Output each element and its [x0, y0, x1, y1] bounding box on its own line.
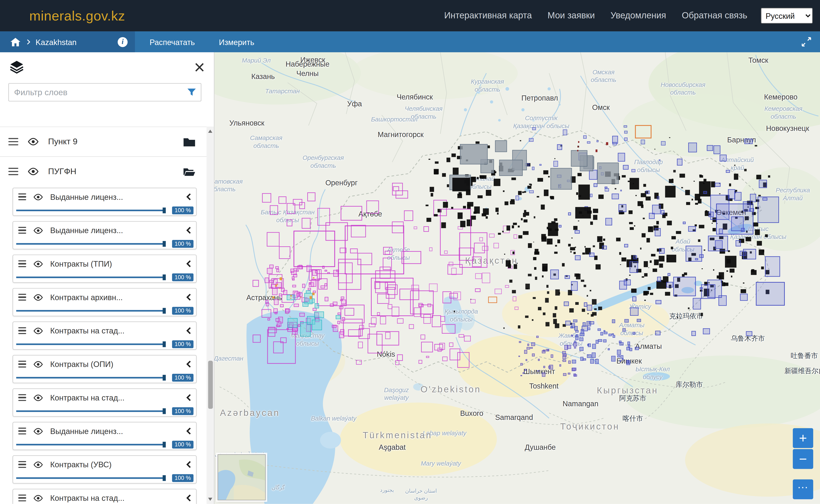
layer-label: Контракты (УВС): [50, 460, 111, 469]
opacity-value: 100 %: [172, 206, 193, 214]
scroll-thumb[interactable]: [208, 361, 212, 409]
drag-handle-icon[interactable]: [18, 461, 26, 468]
drag-handle-icon[interactable]: [18, 227, 26, 234]
opacity-slider[interactable]: [16, 477, 164, 479]
opacity-slider-handle[interactable]: [163, 475, 166, 481]
fullscreen-icon[interactable]: [801, 37, 812, 47]
layer-item[interactable]: Выданные лиценз...100 %: [13, 422, 197, 450]
layer-item[interactable]: Контракты на стад...100 %: [13, 321, 197, 350]
map-canvas[interactable]: ТомскКемеровоНовокузнецкБарнаулОмскПетро…: [214, 52, 820, 504]
chevron-left-icon[interactable]: [185, 394, 191, 402]
opacity-value: 100 %: [172, 374, 193, 382]
map-toolbar: Kazakhstan i Распечатать Измерить: [0, 31, 820, 52]
chevron-left-icon[interactable]: [185, 360, 191, 368]
scroll-down-arrow[interactable]: [208, 498, 212, 501]
layer-label: Контракты архивн...: [50, 293, 123, 302]
top-nav: Интерактивная картаМои заявкиУведомления…: [444, 10, 747, 21]
drag-handle-icon[interactable]: [18, 294, 26, 301]
filter-icon[interactable]: [187, 88, 196, 96]
opacity-slider-handle[interactable]: [163, 341, 166, 347]
layer-group-row[interactable]: ПУГФН: [0, 156, 207, 186]
measure-button[interactable]: Измерить: [219, 37, 254, 46]
visibility-eye-icon[interactable]: [33, 227, 43, 234]
opacity-slider-handle[interactable]: [163, 408, 166, 414]
overview-inset-map[interactable]: [218, 454, 266, 500]
layer-item[interactable]: Контракты на стад...100 %: [13, 389, 197, 417]
visibility-eye-icon[interactable]: [27, 167, 39, 176]
opacity-slider-handle[interactable]: [163, 275, 166, 280]
opacity-slider[interactable]: [16, 410, 164, 412]
visibility-eye-icon[interactable]: [33, 427, 43, 435]
chevron-left-icon[interactable]: [185, 293, 191, 301]
visibility-eye-icon[interactable]: [33, 494, 43, 502]
opacity-slider[interactable]: [16, 310, 164, 311]
chevron-left-icon[interactable]: [185, 427, 191, 435]
breadcrumb-label[interactable]: Kazakhstan: [36, 37, 77, 46]
opacity-value: 100 %: [172, 474, 193, 482]
opacity-slider[interactable]: [16, 210, 164, 211]
layer-item[interactable]: Выданные лиценз...100 %: [13, 221, 197, 249]
nav-item-4[interactable]: Обратная связь: [682, 10, 747, 21]
visibility-eye-icon[interactable]: [33, 327, 43, 334]
drag-handle-icon[interactable]: [18, 327, 26, 334]
opacity-slider-handle[interactable]: [163, 207, 166, 213]
drag-handle-icon[interactable]: [18, 260, 26, 267]
nav-item-2[interactable]: Мои заявки: [548, 10, 595, 21]
visibility-eye-icon[interactable]: [33, 461, 43, 468]
chevron-left-icon[interactable]: [185, 494, 191, 502]
layer-group-label: ПУГФН: [48, 167, 76, 176]
layer-item[interactable]: Контракты (УВС)100 %: [13, 455, 197, 484]
panel-scrollbar[interactable]: [206, 127, 214, 504]
visibility-eye-icon[interactable]: [33, 260, 43, 267]
visibility-eye-icon[interactable]: [27, 137, 39, 146]
drag-handle-icon[interactable]: [8, 138, 18, 146]
opacity-slider-handle[interactable]: [163, 442, 166, 447]
zoom-in-button[interactable]: +: [793, 428, 813, 448]
opacity-value: 100 %: [172, 441, 193, 448]
layer-item[interactable]: Контракты (ОПИ)100 %: [13, 355, 197, 383]
opacity-slider-handle[interactable]: [163, 241, 166, 247]
opacity-slider-handle[interactable]: [163, 308, 166, 314]
visibility-eye-icon[interactable]: [33, 394, 43, 401]
drag-handle-icon[interactable]: [18, 428, 26, 434]
layer-item[interactable]: Контракты архивн...100 %: [13, 288, 197, 316]
opacity-slider[interactable]: [16, 243, 164, 245]
chevron-left-icon[interactable]: [185, 193, 191, 201]
drag-handle-icon[interactable]: [18, 394, 26, 401]
nav-item-1[interactable]: Интерактивная карта: [444, 10, 532, 21]
visibility-eye-icon[interactable]: [33, 361, 43, 368]
chevron-left-icon[interactable]: [185, 226, 191, 234]
scroll-up-arrow[interactable]: [208, 130, 212, 133]
folder-open-icon[interactable]: [183, 167, 196, 177]
opacity-slider-handle[interactable]: [163, 375, 166, 381]
opacity-slider[interactable]: [16, 444, 164, 445]
home-icon[interactable]: [10, 37, 20, 46]
layer-filter-input[interactable]: [8, 83, 201, 101]
layer-item[interactable]: Контракты (ТПИ)100 %: [13, 255, 197, 283]
breadcrumb: Kazakhstan i: [0, 31, 135, 52]
close-panel-button[interactable]: ×: [194, 60, 205, 75]
drag-handle-icon[interactable]: [18, 361, 26, 367]
print-button[interactable]: Распечатать: [149, 37, 195, 46]
site-logo[interactable]: minerals.gov.kz: [29, 8, 125, 24]
drag-handle-icon[interactable]: [18, 194, 26, 200]
nav-item-3[interactable]: Уведомления: [611, 10, 666, 21]
visibility-eye-icon[interactable]: [33, 193, 43, 200]
chevron-left-icon[interactable]: [185, 260, 191, 268]
drag-handle-icon[interactable]: [8, 168, 18, 175]
folder-closed-icon[interactable]: [183, 137, 196, 147]
opacity-slider[interactable]: [16, 343, 164, 345]
opacity-slider[interactable]: [16, 377, 164, 378]
drag-handle-icon[interactable]: [18, 495, 26, 501]
opacity-slider[interactable]: [16, 277, 164, 278]
more-tools-button[interactable]: ...: [793, 479, 813, 499]
layer-item[interactable]: Выданные лиценз...100 %: [13, 188, 197, 216]
layer-item[interactable]: Контракты на стад...100 %: [13, 489, 197, 504]
chevron-left-icon[interactable]: [185, 461, 191, 469]
chevron-left-icon[interactable]: [185, 327, 191, 335]
language-select[interactable]: Русский: [761, 8, 813, 23]
visibility-eye-icon[interactable]: [33, 294, 43, 301]
info-icon[interactable]: i: [118, 37, 128, 47]
layer-group-row[interactable]: Пункт 9: [0, 127, 207, 156]
zoom-out-button[interactable]: −: [793, 449, 813, 469]
